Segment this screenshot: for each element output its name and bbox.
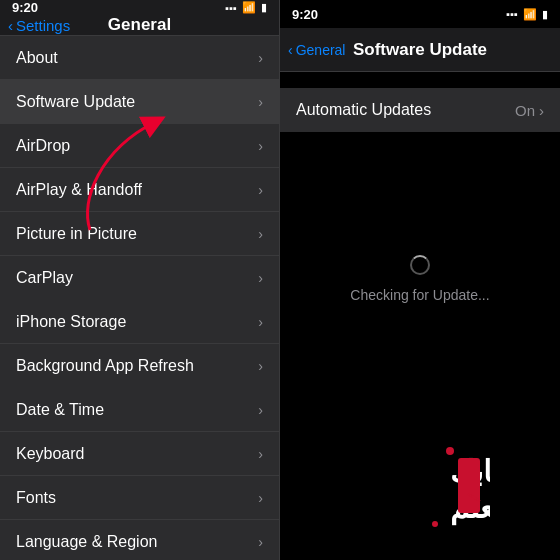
list-item-airdrop[interactable]: AirDrop › [0,124,279,168]
right-wifi-icon: 📶 [523,8,537,21]
language-region-chevron-icon: › [258,534,263,550]
iphone-storage-chevron-icon: › [258,314,263,330]
about-chevron-icon: › [258,50,263,66]
pip-label: Picture in Picture [16,225,137,243]
right-panel: 9:20 ▪▪▪ 📶 ▮ ‹ General Software Update A… [280,0,560,560]
list-item-about[interactable]: About › [0,36,279,80]
software-update-chevron-icon: › [258,94,263,110]
airplay-chevron-icon: › [258,182,263,198]
right-nav-title: Software Update [353,40,487,60]
keyboard-chevron-icon: › [258,446,263,462]
checking-area: Checking for Update... [280,132,560,426]
left-status-icons: ▪▪▪ 📶 ▮ [225,1,267,14]
language-region-label: Language & Region [16,533,157,551]
left-status-time: 9:20 [12,0,38,15]
left-back-button[interactable]: ‹ Settings [8,17,70,34]
background-app-refresh-label: Background App Refresh [16,357,194,375]
fonts-label: Fonts [16,489,56,507]
right-nav-bar: ‹ General Software Update [280,28,560,72]
right-signal-icon: ▪▪▪ [506,8,518,20]
background-refresh-chevron-icon: › [258,358,263,374]
list-item-date-time[interactable]: Date & Time › [0,388,279,432]
right-battery-icon: ▮ [542,8,548,21]
list-item-keyboard[interactable]: Keyboard › [0,432,279,476]
section-4: Date & Time › Keyboard › Fonts › Languag… [0,388,279,560]
auto-updates-chevron-icon: › [539,102,544,119]
pip-chevron-icon: › [258,226,263,242]
auto-updates-label: Automatic Updates [296,101,431,119]
right-back-button[interactable]: ‹ General [288,42,345,58]
left-nav-title: General [108,15,171,35]
logo-svg: بابك العلم [350,446,490,536]
list-item-fonts[interactable]: Fonts › [0,476,279,520]
svg-rect-2 [458,458,480,513]
right-section-gap-top [280,72,560,88]
auto-updates-row[interactable]: Automatic Updates On › [280,88,560,132]
airdrop-label: AirDrop [16,137,70,155]
list-item-software-update[interactable]: Software Update › [0,80,279,124]
carplay-label: CarPlay [16,269,73,287]
iphone-storage-label: iPhone Storage [16,313,126,331]
watermark-logo: بابك العلم [350,446,490,540]
svg-point-3 [446,447,454,455]
list-item-airplay-handoff[interactable]: AirPlay & Handoff › [0,168,279,212]
airplay-handoff-label: AirPlay & Handoff [16,181,142,199]
right-status-icons: ▪▪▪ 📶 ▮ [506,8,548,21]
right-back-label: General [296,42,346,58]
list-item-language-region[interactable]: Language & Region › [0,520,279,560]
keyboard-label: Keyboard [16,445,85,463]
loading-spinner [410,255,430,275]
right-status-time: 9:20 [292,7,318,22]
watermark-area: بابك العلم [280,426,560,560]
list-item-background-app-refresh[interactable]: Background App Refresh › [0,344,279,388]
section-2: AirDrop › AirPlay & Handoff › Picture in… [0,124,279,300]
auto-updates-value: On [515,102,535,119]
checking-text: Checking for Update... [350,287,489,303]
list-item-picture-in-picture[interactable]: Picture in Picture › [0,212,279,256]
fonts-chevron-icon: › [258,490,263,506]
battery-icon: ▮ [261,1,267,14]
section-1: About › Software Update › [0,36,279,124]
date-time-label: Date & Time [16,401,104,419]
about-label: About [16,49,58,67]
right-status-bar: 9:20 ▪▪▪ 📶 ▮ [280,0,560,28]
wifi-icon: 📶 [242,1,256,14]
left-status-bar: 9:20 ▪▪▪ 📶 ▮ [0,0,279,15]
left-back-label: Settings [16,17,70,34]
svg-point-4 [432,521,438,527]
right-back-chevron-icon: ‹ [288,42,293,58]
date-time-chevron-icon: › [258,402,263,418]
list-item-carplay[interactable]: CarPlay › [0,256,279,300]
section-3: iPhone Storage › Background App Refresh … [0,300,279,388]
back-chevron-icon: ‹ [8,17,13,34]
list-item-iphone-storage[interactable]: iPhone Storage › [0,300,279,344]
carplay-chevron-icon: › [258,270,263,286]
signal-icon: ▪▪▪ [225,2,237,14]
airdrop-chevron-icon: › [258,138,263,154]
left-nav-bar: ‹ Settings General [0,15,279,36]
software-update-label: Software Update [16,93,135,111]
